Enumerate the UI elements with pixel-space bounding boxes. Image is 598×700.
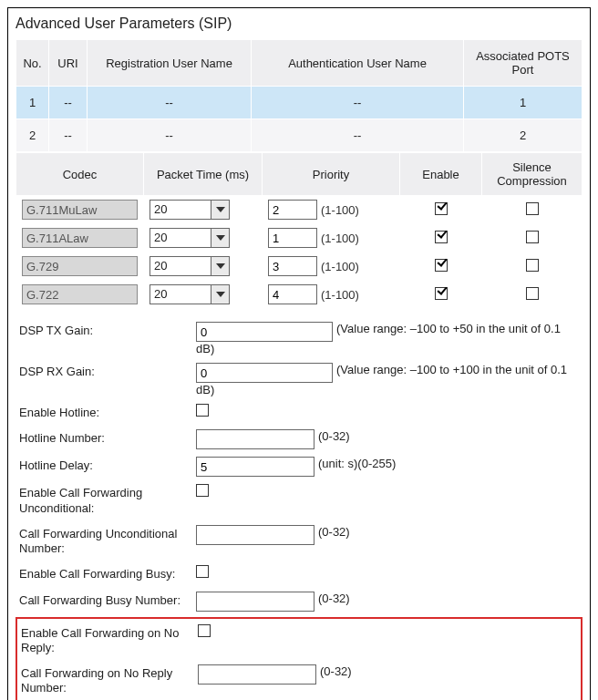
hotline-number-input[interactable] — [196, 429, 314, 449]
row-hotline-number: Hotline Number: (0-32) — [15, 426, 583, 453]
silence-checkbox[interactable] — [526, 202, 539, 215]
silence-checkbox[interactable] — [526, 231, 539, 243]
cell-no: 1 — [16, 87, 49, 119]
priority-input[interactable] — [268, 256, 317, 276]
priority-input[interactable] — [268, 200, 317, 220]
col-enable: Enable — [400, 153, 482, 196]
row-dsp-tx-gain: DSP TX Gain: dB) (Value range: –100 to +… — [15, 318, 583, 359]
priority-input[interactable] — [268, 284, 317, 304]
packet-time-value: 20 — [150, 285, 211, 304]
sip-advanced-panel: Advanced User Parameters (SIP) No. URI R… — [7, 7, 591, 700]
col-priority: Priority — [263, 153, 400, 196]
col-uri: URI — [49, 40, 88, 87]
col-port: Associated POTS Port — [464, 40, 583, 87]
dsp-rx-gain-input[interactable] — [196, 363, 333, 383]
priority-hint: (1-100) — [321, 203, 359, 217]
dsp-tx-gain-input[interactable] — [196, 322, 333, 342]
cfu-enable-checkbox[interactable] — [196, 484, 209, 497]
codec-name: G.711MuLaw — [22, 200, 138, 220]
cfnr-enable-checkbox[interactable] — [198, 624, 211, 637]
label-dsp-rx: DSP RX Gain: — [15, 363, 196, 381]
packet-time-select[interactable]: 20 — [150, 228, 230, 248]
cfb-number-input[interactable] — [196, 592, 314, 612]
silence-checkbox[interactable] — [526, 259, 539, 272]
cell-port: 1 — [464, 87, 583, 119]
row-dsp-rx-gain: DSP RX Gain: dB) (Value range: –100 to +… — [15, 359, 583, 400]
cfu-number-input[interactable] — [196, 525, 314, 545]
label-cfnr-number: Call Forwarding on No Reply Number: — [17, 664, 198, 698]
row-cfu-enable: Enable Call Forwarding Unconditional: — [15, 480, 583, 521]
label-dsp-tx: DSP TX Gain: — [15, 322, 196, 340]
cell-no: 2 — [16, 119, 49, 152]
col-reg: Registration User Name — [88, 40, 252, 87]
cell-reg: -- — [88, 119, 252, 152]
codec-name: G.722 — [22, 284, 138, 304]
cell-auth: -- — [252, 87, 464, 119]
chevron-down-icon[interactable] — [211, 201, 229, 219]
label-hotline-delay: Hotline Delay: — [15, 457, 196, 475]
cfu-number-hint: (0-32) — [318, 525, 350, 539]
row-cfb-enable: Enable Call Forwarding Busy: — [15, 561, 583, 587]
chevron-down-icon[interactable] — [211, 285, 229, 304]
packet-time-select[interactable]: 20 — [150, 200, 230, 220]
priority-hint: (1-100) — [321, 288, 359, 302]
settings-form: DSP TX Gain: dB) (Value range: –100 to +… — [15, 318, 583, 700]
codec-row: G.72920(1-100) — [16, 252, 583, 281]
col-silence: Silence Compression — [482, 153, 583, 196]
packet-time-value: 20 — [150, 201, 211, 219]
cell-reg: -- — [88, 87, 252, 119]
table-row[interactable]: 1 -- -- -- 1 — [16, 87, 583, 119]
chevron-down-icon[interactable] — [211, 257, 229, 275]
label-cfu-enable: Enable Call Forwarding Unconditional: — [15, 484, 196, 518]
packet-time-select[interactable]: 20 — [150, 256, 230, 276]
hotline-number-hint: (0-32) — [318, 429, 350, 443]
cfnr-number-hint: (0-32) — [320, 664, 352, 678]
cfnr-highlight: Enable Call Forwarding on No Reply: Call… — [15, 617, 583, 701]
cfb-number-hint: (0-32) — [318, 592, 350, 605]
packet-time-select[interactable]: 20 — [150, 284, 230, 304]
cell-uri: -- — [49, 87, 88, 119]
packet-time-value: 20 — [150, 257, 211, 275]
dsp-rx-hint: (Value range: –100 to +100 in the unit o… — [336, 363, 567, 376]
enable-checkbox[interactable] — [435, 259, 448, 272]
priority-input[interactable] — [268, 228, 317, 248]
enable-checkbox[interactable] — [435, 202, 448, 215]
row-hotline-delay: Hotline Delay: (unit: s)(0-255) — [15, 453, 583, 480]
row-cfnr-enable: Enable Call Forwarding on No Reply: — [17, 621, 581, 662]
row-cfb-number: Call Forwarding Busy Number: (0-32) — [15, 588, 583, 615]
label-enable-hotline: Enable Hotline: — [15, 404, 196, 422]
enable-checkbox[interactable] — [435, 287, 448, 300]
chevron-down-icon[interactable] — [211, 229, 229, 247]
label-cfb-enable: Enable Call Forwarding Busy: — [15, 565, 196, 583]
enable-hotline-checkbox[interactable] — [196, 404, 209, 417]
enable-checkbox[interactable] — [435, 231, 448, 243]
users-table: No. URI Registration User Name Authentic… — [15, 39, 583, 152]
cell-uri: -- — [49, 119, 88, 152]
cfb-enable-checkbox[interactable] — [196, 565, 209, 578]
priority-hint: (1-100) — [321, 260, 359, 273]
codec-name: G.729 — [22, 256, 138, 276]
dsp-tx-hint: (Value range: –100 to +50 in the unit of… — [336, 322, 561, 335]
codec-name: G.711ALaw — [22, 228, 138, 248]
col-auth: Authentication User Name — [252, 40, 464, 87]
codec-row: G.711MuLaw20(1-100) — [16, 196, 583, 224]
table-row[interactable]: 2 -- -- -- 2 — [16, 119, 583, 152]
panel-title: Advanced User Parameters (SIP) — [15, 15, 583, 32]
dsp-rx-unit: dB) — [196, 383, 214, 396]
silence-checkbox[interactable] — [526, 287, 539, 300]
col-codec: Codec — [16, 153, 144, 196]
cell-port: 2 — [464, 119, 583, 152]
label-hotline-number: Hotline Number: — [15, 429, 196, 448]
priority-hint: (1-100) — [321, 232, 359, 245]
codec-row: G.711ALaw20(1-100) — [16, 224, 583, 252]
cfnr-number-input[interactable] — [198, 664, 316, 685]
row-cfu-number: Call Forwarding Unconditional Number: (0… — [15, 521, 583, 562]
codec-row: G.72220(1-100) — [16, 281, 583, 309]
row-enable-hotline: Enable Hotline: — [15, 400, 583, 426]
packet-time-value: 20 — [150, 229, 211, 247]
label-cfu-number: Call Forwarding Unconditional Number: — [15, 525, 196, 559]
dsp-tx-unit: dB) — [196, 342, 214, 355]
col-ptime: Packet Time (ms) — [144, 153, 263, 196]
hotline-delay-input[interactable] — [196, 457, 314, 477]
row-cfnr-number: Call Forwarding on No Reply Number: (0-3… — [17, 661, 581, 700]
